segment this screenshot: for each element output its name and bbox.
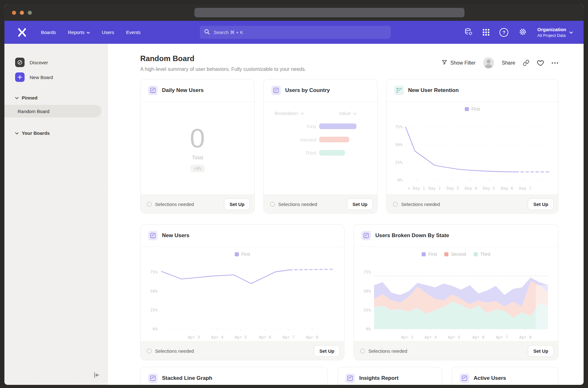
card-title: New User Retention [408,87,459,94]
set-up-button[interactable]: Set Up [528,198,554,210]
apps-grid-icon[interactable] [483,29,489,36]
stacked-area-chart: 75%50%25%0%Apr 3Apr 4Apr 5Apr 6Apr 7Apr … [359,259,552,341]
line-chart-icon [148,86,158,95]
show-filter-button[interactable]: Show Filter [441,59,476,66]
avatar[interactable] [483,57,494,68]
plus-icon [15,72,25,82]
svg-text:50%: 50% [150,289,158,294]
nav-item-boards[interactable]: Boards [41,30,56,35]
svg-text:Apr 3: Apr 3 [187,335,200,340]
status-circle-icon [393,202,398,207]
card-active-users: Active Users [452,367,558,385]
svg-text:< Day 1: < Day 1 [408,186,425,191]
org-switcher[interactable]: Organization All Project Data [537,27,573,38]
sidebar-item-label: Random Board [18,109,49,114]
zoom-window-button[interactable] [28,11,32,15]
svg-text:Day 4: Day 4 [464,186,477,191]
legend-item[interactable]: First [422,252,437,257]
svg-text:Apr 4: Apr 4 [211,335,223,340]
svg-text:0%: 0% [366,327,371,331]
svg-text:Apr 7: Apr 7 [496,335,508,340]
svg-text:Day 7: Day 7 [519,186,531,191]
breakdown-dropdown[interactable]: Breakdown [274,111,304,116]
legend-swatch [444,252,448,256]
mixpanel-logo-icon[interactable] [17,28,27,37]
legend-item[interactable]: First [465,106,480,111]
metric-label: Total [192,155,203,161]
settings-gear-icon[interactable] [518,27,527,37]
status-row: Selections needed [360,348,407,354]
set-up-button[interactable]: Set Up [347,198,373,210]
nav-items: Boards Reports Users Events [41,30,141,35]
country-row: First [264,123,377,129]
favorite-heart-icon[interactable] [537,60,544,66]
address-bar [194,8,464,17]
more-options-icon[interactable] [551,62,558,64]
org-scope: All Project Data [537,33,566,38]
nav-item-users[interactable]: Users [102,30,114,35]
svg-text:Apr 4: Apr 4 [424,335,437,340]
card-new-user-retention: New User Retention First 75%50%25%0%< Da… [386,79,558,214]
card-stacked-line-graph: Stacked Line Graph [140,367,328,385]
set-up-button[interactable]: Set Up [528,345,554,357]
line-chart-icon [460,374,469,383]
search-input[interactable] [213,29,353,35]
status-row: Selections needed [393,202,440,207]
svg-text:75%: 75% [150,270,158,274]
metric-value: 0 [190,124,205,151]
copy-link-icon[interactable] [523,60,529,66]
retention-grid-icon [394,86,404,95]
legend-item[interactable]: Third [474,252,490,257]
status-circle-icon [270,202,275,207]
svg-text:Apr 6: Apr 6 [472,335,485,340]
nav-item-reports[interactable]: Reports [68,30,90,35]
close-window-button[interactable] [12,11,16,15]
card-daily-new-users: Daily New Users 0 Total ↑0% Selections n… [140,79,255,214]
sidebar-item-random-board[interactable]: Random Board [4,105,101,117]
svg-text:Day 5: Day 5 [483,186,495,191]
svg-text:Apr 6: Apr 6 [259,335,271,340]
svg-text:0%: 0% [153,327,158,331]
search-bar[interactable] [200,26,391,39]
sidebar-item-discover[interactable]: Discover [15,58,108,67]
status-row: Selections needed [270,202,317,207]
page-subtitle: A high-level summary of user behaviors. … [140,66,306,72]
page-title: Random Board [140,54,306,63]
data-management-icon[interactable] [464,28,473,37]
set-up-button[interactable]: Set Up [314,345,340,357]
traffic-lights [12,11,32,15]
country-row-bar [319,150,345,156]
legend-item[interactable]: Second [444,252,466,257]
legend-swatch [422,252,426,256]
svg-text:Day 6: Day 6 [501,186,513,191]
svg-text:25%: 25% [364,308,371,312]
sidebar-section-pinned[interactable]: Pinned [15,95,108,100]
minimize-window-button[interactable] [20,11,24,15]
card-title: Active Users [474,375,506,381]
card-title: Users Broken Down By State [375,232,449,239]
country-row-label: Second [264,137,316,142]
country-row-bar [319,137,349,142]
share-button[interactable]: Share [502,60,515,66]
card-insights-report: Insights Report [337,367,442,385]
svg-text:25%: 25% [395,160,403,165]
card-title: Users by Country [285,87,330,94]
sidebar-section-your-boards[interactable]: Your Boards [15,130,108,136]
line-chart-icon [271,86,281,95]
set-up-button[interactable]: Set Up [224,198,250,210]
card-users-by-country: Users by Country Breakdown Value [263,79,378,214]
line-chart-icon [148,374,158,383]
collapse-sidebar-button[interactable] [93,372,100,380]
svg-text:75%: 75% [364,270,371,274]
svg-text:Day 3: Day 3 [447,186,459,191]
value-dropdown[interactable]: Value [339,111,356,116]
svg-text:75%: 75% [395,124,403,129]
help-icon[interactable]: ? [499,28,508,37]
legend-item[interactable]: First [235,252,250,257]
card-new-users: New Users First 75%50%25%0%Apr 3Apr 4Apr… [140,224,344,360]
status-row: Selections needed [147,202,194,207]
nav-item-events[interactable]: Events [126,30,141,35]
card-users-by-state: Users Broken Down By State FirstSecondTh… [354,224,558,360]
sidebar-item-new-board[interactable]: New Board [15,72,108,82]
main-content: Random Board A high-level summary of use… [108,44,584,385]
